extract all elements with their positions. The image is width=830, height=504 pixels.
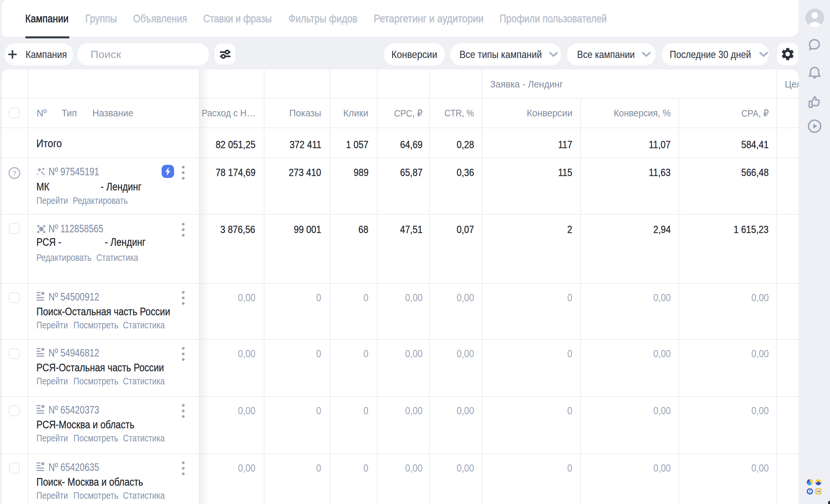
svg-text:10: 10: [817, 490, 820, 493]
svg-text:?: ?: [12, 169, 17, 177]
